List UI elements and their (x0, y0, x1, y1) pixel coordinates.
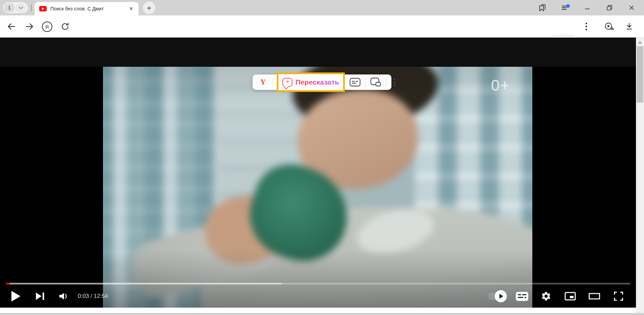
window-bottom-edge (0, 313, 644, 315)
chevron-down-icon (18, 6, 23, 9)
yandex-ext-button[interactable]: Y (257, 76, 269, 89)
refresh-icon (60, 22, 70, 31)
autoplay-toggle-knob (495, 290, 507, 302)
progress-played (6, 283, 9, 284)
minimize-icon (584, 5, 590, 11)
volume-icon (58, 291, 70, 301)
tabbar-divider (31, 4, 32, 11)
retell-label: Пересказать (296, 78, 339, 86)
toolbar-menu-button[interactable] (580, 20, 593, 33)
ext-menu-button[interactable] (390, 75, 398, 89)
forward-icon (24, 21, 35, 32)
fullscreen-button[interactable] (610, 286, 627, 306)
quote-bubble-icon: ❝ (282, 78, 292, 87)
download-icon (625, 22, 634, 31)
more-vertical-icon (393, 78, 395, 86)
window-close-icon (629, 5, 635, 11)
refresh-button[interactable] (58, 20, 72, 33)
video-frame[interactable] (103, 67, 532, 308)
forward-button[interactable] (23, 20, 36, 33)
autoplay-toggle[interactable] (487, 286, 506, 306)
subtitles-button[interactable] (513, 286, 531, 306)
retell-highlight-box: ❝ Пересказать (277, 72, 345, 92)
next-button[interactable] (31, 286, 49, 306)
scrollbar-thumb[interactable] (637, 46, 643, 103)
minimize-button[interactable] (580, 0, 595, 15)
yandex-services-button[interactable]: Я (40, 20, 54, 33)
yandex-extension-toolbar: Y ❝ Пересказать (253, 74, 391, 90)
next-icon (35, 291, 45, 301)
media-playback-button[interactable] (602, 20, 616, 33)
yandex-icon: Я (42, 21, 52, 32)
tab-list-dropdown[interactable] (16, 3, 26, 12)
play-icon (11, 291, 21, 302)
browser-menu-icon (561, 3, 571, 12)
side-panel-button[interactable] (535, 0, 550, 15)
back-button[interactable] (5, 20, 18, 33)
progress-bar[interactable] (6, 283, 630, 284)
yandex-y-icon: Y (260, 78, 266, 87)
progress-buffer (6, 283, 282, 284)
time-display: 0:03 / 12:54 (78, 293, 108, 300)
tab-counter[interactable]: 1 (3, 2, 28, 13)
fullscreen-icon (613, 291, 624, 302)
scrollbar-up-arrow[interactable] (638, 41, 642, 44)
tab-count-badge[interactable]: 1 (4, 3, 15, 12)
browser-menu-button[interactable] (558, 0, 574, 15)
volume-button[interactable] (55, 286, 73, 306)
tab-bar: 1 Поиск без слов. С Дмит ✕ + (0, 0, 644, 15)
pip-icon (370, 77, 381, 87)
address-toolbar: Я www.youtube.com Поиск без слов. С Дмит… (0, 15, 644, 38)
video-player[interactable]: Y ❝ Пересказать 0+ (0, 67, 636, 308)
maximize-button[interactable] (602, 0, 617, 15)
retell-button[interactable]: ❝ Пересказать (282, 78, 339, 87)
ext-captions-button[interactable] (348, 75, 362, 89)
back-icon (6, 21, 16, 32)
more-vertical-icon (585, 22, 587, 31)
play-button[interactable] (7, 286, 25, 306)
bookmark-collections-icon (538, 3, 547, 12)
youtube-masthead: YouTube RU Войти (0, 38, 636, 67)
theater-icon (588, 292, 600, 300)
subtitles-icon (516, 292, 528, 301)
youtube-favicon (39, 6, 47, 11)
media-player-icon (604, 21, 614, 32)
maximize-icon (606, 4, 613, 11)
theater-mode-button[interactable] (586, 286, 603, 306)
active-tab[interactable]: Поиск без слов. С Дмит ✕ (35, 2, 139, 15)
tab-close-button[interactable]: ✕ (127, 5, 135, 13)
ext-pip-button[interactable] (369, 75, 382, 89)
tab-title: Поиск без слов. С Дмит (50, 6, 126, 11)
settings-gear-icon (541, 291, 551, 302)
window-close-button[interactable] (624, 0, 639, 15)
age-rating-badge: 0+ (491, 76, 510, 94)
page-content-below (0, 308, 636, 313)
miniplayer-button[interactable] (561, 286, 579, 306)
captions-icon (350, 78, 361, 87)
player-controls-right (487, 285, 627, 307)
new-tab-button[interactable]: + (143, 2, 155, 14)
settings-button[interactable] (537, 286, 555, 306)
miniplayer-icon (564, 291, 576, 301)
downloads-button[interactable] (623, 20, 636, 33)
scrollbar[interactable] (636, 38, 644, 315)
